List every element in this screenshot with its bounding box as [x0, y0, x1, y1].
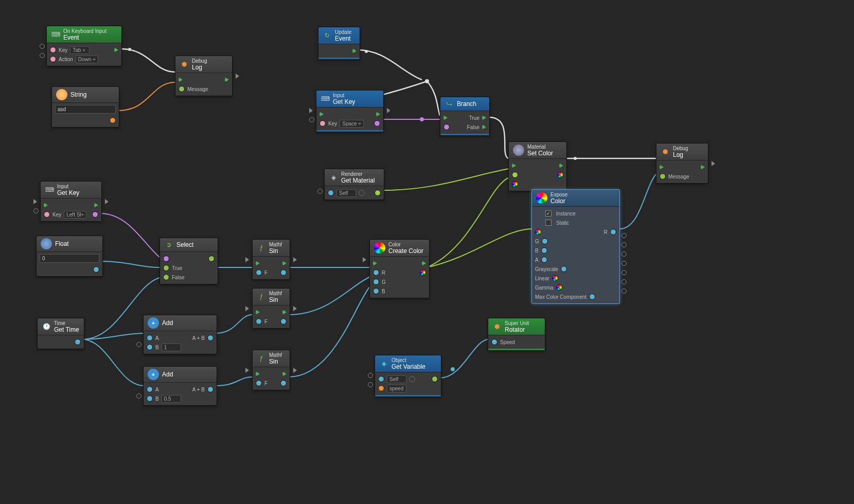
field-key[interactable]: Left Sl÷ — [64, 211, 86, 219]
node-super-unit-rotator[interactable]: ⬢ Super UnitRotator Speed — [488, 318, 545, 351]
port-flow-out[interactable] — [352, 48, 357, 53]
picker-icon[interactable] — [409, 376, 415, 382]
checkbox-instance[interactable] — [545, 210, 551, 217]
ext-port[interactable] — [33, 208, 39, 213]
port-message[interactable] — [660, 173, 666, 179]
ext-port[interactable] — [245, 368, 249, 373]
ext-port[interactable] — [136, 393, 141, 399]
ext-port[interactable] — [363, 257, 366, 262]
ext-port[interactable] — [245, 306, 249, 311]
ext-port[interactable] — [621, 242, 627, 247]
port-out[interactable] — [375, 190, 381, 196]
float-input[interactable] — [40, 254, 99, 263]
field-var[interactable]: speed — [387, 385, 406, 392]
ext-port[interactable] — [621, 270, 627, 275]
ext-port[interactable] — [621, 251, 627, 257]
ext-port[interactable] — [621, 233, 627, 238]
ext-port[interactable] — [236, 74, 239, 79]
ext-port[interactable] — [245, 257, 249, 262]
port-out[interactable] — [374, 120, 380, 127]
port-out[interactable] — [75, 339, 81, 345]
port-in[interactable] — [535, 229, 541, 235]
field-self[interactable]: Self — [336, 189, 356, 197]
port-out[interactable] — [420, 269, 426, 276]
port-color-out[interactable] — [557, 172, 563, 178]
ext-port[interactable] — [309, 108, 313, 113]
port-flow-out[interactable] — [422, 261, 426, 266]
node-material-set-color[interactable]: MaterialSet Color — [508, 141, 567, 191]
port-out[interactable] — [280, 269, 287, 276]
node-renderer-get-material[interactable]: ◈ RendererGet Material Self — [324, 169, 384, 200]
port-flow-in[interactable] — [660, 165, 664, 170]
port-flow-in[interactable] — [319, 112, 324, 117]
node-mathf-sin[interactable]: ƒ MathfSin F — [252, 288, 290, 329]
node-update[interactable]: ↻ UpdateEvent — [318, 27, 360, 60]
port-flow-in[interactable] — [256, 310, 260, 315]
field-action[interactable]: Down ÷ — [76, 56, 98, 63]
field-b[interactable]: 1 — [162, 344, 181, 351]
port-flow-out[interactable] — [282, 371, 287, 376]
port-linear[interactable] — [552, 275, 558, 281]
port-grayscale[interactable] — [561, 266, 567, 272]
port-b[interactable] — [147, 344, 153, 350]
port-target[interactable] — [512, 172, 518, 178]
node-expose-color[interactable]: ExposeColor Instance Static R G B A Gray… — [531, 189, 620, 304]
ext-port[interactable] — [293, 306, 297, 311]
node-on-keyboard-input[interactable]: ⌨ On Keyboard Input Event KeyTab ÷ Actio… — [46, 26, 122, 66]
ext-port[interactable] — [40, 44, 45, 49]
port-name[interactable] — [378, 385, 384, 391]
field-self[interactable]: Self — [387, 375, 406, 383]
port-flow-out[interactable] — [282, 310, 287, 315]
port-false[interactable] — [163, 274, 169, 280]
port-max[interactable] — [589, 294, 595, 300]
picker-icon[interactable] — [359, 190, 365, 196]
node-input-get-key[interactable]: ⌨ InputGet Key KeyLeft Sl÷ — [40, 181, 102, 222]
ext-port[interactable] — [33, 199, 37, 204]
node-debug-log[interactable]: ⬢ DebugLog Message — [175, 56, 233, 96]
port-gamma[interactable] — [556, 284, 562, 291]
port-f[interactable] — [256, 318, 262, 325]
port-flow-out[interactable] — [114, 47, 118, 52]
port-false[interactable] — [482, 124, 486, 130]
ext-port[interactable] — [368, 382, 373, 387]
port-out[interactable] — [208, 256, 215, 262]
port-f[interactable] — [256, 269, 262, 276]
ext-port[interactable] — [711, 161, 715, 166]
ext-port[interactable] — [40, 53, 45, 58]
port-flow-in[interactable] — [44, 203, 48, 208]
port-b[interactable] — [147, 395, 153, 402]
ext-port[interactable] — [293, 257, 297, 262]
port-out[interactable] — [93, 266, 99, 273]
port-flow-in[interactable] — [256, 371, 260, 376]
ext-port[interactable] — [621, 261, 627, 266]
string-input[interactable] — [55, 105, 116, 114]
ext-port[interactable] — [136, 342, 141, 347]
ext-port[interactable] — [309, 117, 314, 122]
port-flow-in[interactable] — [179, 77, 183, 82]
ext-port[interactable] — [621, 279, 627, 284]
ext-port[interactable] — [293, 368, 297, 373]
port-out[interactable] — [92, 211, 98, 218]
ext-port[interactable] — [621, 289, 627, 294]
port-flow-out[interactable] — [282, 261, 287, 266]
port-flow-in[interactable] — [256, 261, 260, 266]
node-select[interactable]: ➲ Select True False — [159, 238, 218, 284]
port-b[interactable] — [541, 247, 547, 254]
ext-port[interactable] — [368, 373, 373, 378]
port-flow-out[interactable] — [559, 163, 563, 168]
port-flow-out[interactable] — [701, 165, 705, 170]
port-color-in[interactable] — [512, 181, 518, 187]
field-b[interactable]: 0.5 — [162, 395, 181, 403]
port-b[interactable] — [373, 288, 379, 294]
node-mathf-sin[interactable]: ƒ MathfSin F — [252, 350, 290, 390]
node-object-get-variable[interactable]: ◈ ObjectGet Variable Self speed — [375, 355, 441, 397]
port-selector[interactable] — [163, 256, 169, 262]
port-out[interactable] — [110, 117, 116, 123]
node-mathf-sin[interactable]: ƒ MathfSin F — [252, 239, 290, 280]
checkbox-static[interactable] — [545, 220, 551, 226]
node-color-create-color[interactable]: ColorCreate Color R G B — [369, 239, 430, 298]
node-add[interactable]: + Add AA + B B1 — [143, 315, 217, 354]
port-a[interactable] — [147, 386, 153, 392]
port-a[interactable] — [541, 257, 547, 263]
port-flow-out[interactable] — [376, 112, 380, 117]
